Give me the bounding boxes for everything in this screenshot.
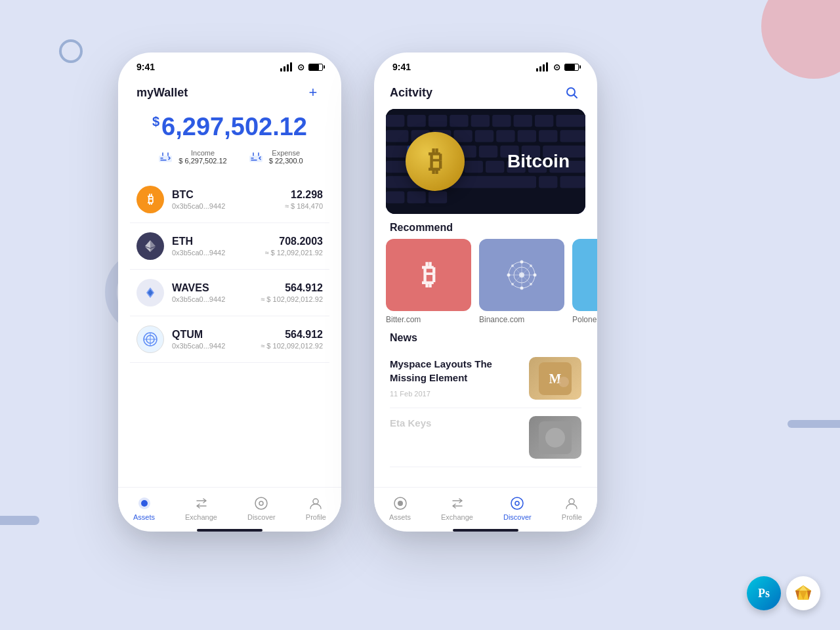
svg-point-77 <box>558 377 569 387</box>
svg-rect-19 <box>429 115 447 127</box>
svg-point-69 <box>507 274 511 277</box>
news-title-2: Eta Keys <box>390 416 521 430</box>
eth-info: ETH 0x3b5ca0...9442 <box>172 236 264 257</box>
crypto-item-qtum[interactable]: QTUM 0x3b5ca0...9442 564.912 ≈ $ 102,092… <box>130 316 329 363</box>
svg-rect-32 <box>518 130 536 142</box>
svg-rect-26 <box>386 130 408 142</box>
qtum-amount: 564.912 <box>261 329 323 341</box>
svg-point-67 <box>520 261 524 264</box>
nav-assets-1[interactable]: Assets <box>133 495 155 521</box>
nav-profile-label-2: Profile <box>562 513 582 521</box>
ps-badge: Ps <box>747 576 781 610</box>
qtum-name: QTUM <box>172 329 261 341</box>
svg-rect-31 <box>496 130 514 142</box>
eth-amount: 708.2003 <box>264 236 323 247</box>
battery-icon-2 <box>564 64 579 71</box>
nav-assets-label-1: Assets <box>133 513 155 521</box>
exchange-icon-2 <box>450 495 465 511</box>
svg-rect-22 <box>492 115 511 127</box>
hero-banner: ₿ Bitcoin <box>386 109 585 214</box>
svg-point-14 <box>313 499 318 504</box>
news-info-2: Eta Keys <box>390 416 521 435</box>
waves-amount: 564.912 <box>261 282 323 294</box>
svg-point-11 <box>141 500 148 507</box>
activity-content: Acitvity <box>374 76 597 487</box>
svg-rect-18 <box>407 115 425 127</box>
nav-discover-2[interactable]: Discover <box>503 495 532 521</box>
qtum-values: 564.912 ≈ $ 102,092,012.92 <box>261 329 323 350</box>
discover-icon-1 <box>253 495 269 511</box>
svg-point-84 <box>569 499 574 504</box>
crypto-item-eth[interactable]: ETH 0x3b5ca0...9442 708.2003 ≈ $ 12,092,… <box>130 223 329 270</box>
assets-icon-2 <box>392 495 408 511</box>
recommend-section-title: Recommend <box>374 214 597 239</box>
nav-discover-label-2: Discover <box>503 513 532 521</box>
crypto-list: ₿ BTC 0x3b5ca0...9442 12.298 ≈ $ 184,470 <box>118 177 341 487</box>
expense-label: Expense <box>269 149 303 157</box>
income-amount: $ 6,297,502.12 <box>178 157 226 165</box>
svg-point-12 <box>255 497 267 509</box>
waves-info: WAVES 0x3b5ca0...9442 <box>172 282 261 303</box>
income-label: Income <box>178 149 226 157</box>
news-thumb-1: M <box>529 357 581 400</box>
wallet-title: myWallet <box>136 86 188 100</box>
qtum-info: QTUM 0x3b5ca0...9442 <box>172 329 261 350</box>
svg-marker-2 <box>150 240 156 248</box>
news-item-1[interactable]: Myspace Layouts The Missing Element 11 F… <box>390 349 581 408</box>
qtum-icon <box>136 326 164 353</box>
activity-title: Acitvity <box>390 86 432 100</box>
wallet-header: myWallet + <box>118 76 341 106</box>
nav-exchange-2[interactable]: Exchange <box>441 495 473 521</box>
news-section-title: News <box>374 324 597 349</box>
bottom-nav-2: Assets Exchange Discover <box>374 487 597 525</box>
svg-rect-33 <box>539 130 557 142</box>
nav-exchange-label-2: Exchange <box>441 513 473 521</box>
btc-values: 12.298 ≈ $ 184,470 <box>285 189 323 210</box>
svg-point-73 <box>530 264 532 267</box>
status-time-2: 9:41 <box>392 62 411 72</box>
news-title-1: Myspace Layouts The Missing Element <box>390 357 521 385</box>
svg-rect-23 <box>514 115 532 127</box>
crypto-item-waves[interactable]: WAVES 0x3b5ca0...9442 564.912 ≈ $ 102,09… <box>130 270 329 316</box>
status-time-1: 9:41 <box>136 62 155 72</box>
news-thumb-2 <box>529 416 581 459</box>
phone-activity: 9:41 ⊙ Acitvity <box>374 52 597 532</box>
eth-name: ETH <box>172 236 264 247</box>
recommend-card-binance[interactable]: Binance.com <box>479 239 564 324</box>
crypto-item-btc[interactable]: ₿ BTC 0x3b5ca0...9442 12.298 ≈ $ 184,470 <box>130 177 329 223</box>
svg-rect-54 <box>539 176 557 188</box>
profile-icon-2 <box>564 495 579 511</box>
svg-rect-17 <box>386 115 404 127</box>
svg-point-71 <box>511 264 514 267</box>
svg-rect-53 <box>450 176 536 188</box>
recommend-btc-name: Bitter.com <box>386 315 471 324</box>
recommend-btc-img: ₿ <box>386 239 471 311</box>
news-info-1: Myspace Layouts The Missing Element 11 F… <box>390 357 521 398</box>
nav-profile-1[interactable]: Profile <box>306 495 326 521</box>
status-icons-1: ⊙ <box>280 62 323 72</box>
news-date-1: 11 Feb 2017 <box>390 390 521 398</box>
nav-exchange-1[interactable]: Exchange <box>185 495 217 521</box>
news-item-2[interactable]: Eta Keys <box>390 408 581 467</box>
search-button[interactable] <box>562 83 581 102</box>
discover-icon-2 <box>509 495 525 511</box>
bottom-nav-1: Assets Exchange Discover <box>118 487 341 525</box>
svg-rect-20 <box>450 115 468 127</box>
svg-rect-29 <box>453 130 472 142</box>
nav-profile-2[interactable]: Profile <box>562 495 582 521</box>
battery-icon-1 <box>308 64 323 71</box>
nav-discover-1[interactable]: Discover <box>247 495 276 521</box>
wifi-icon-1: ⊙ <box>297 62 304 72</box>
nav-assets-2[interactable]: Assets <box>389 495 411 521</box>
recommend-card-polo[interactable]: P Polone <box>572 239 597 324</box>
svg-rect-47 <box>486 161 504 173</box>
eth-values: 708.2003 ≈ $ 12,092,021.92 <box>264 236 323 257</box>
recommend-card-btc[interactable]: ₿ Bitter.com <box>386 239 471 324</box>
add-button[interactable]: + <box>303 83 323 102</box>
svg-point-13 <box>259 501 263 505</box>
signal-icon-1 <box>280 62 292 72</box>
qtum-address: 0x3b5ca0...9442 <box>172 342 261 350</box>
eth-address: 0x3b5ca0...9442 <box>172 249 264 257</box>
svg-point-70 <box>534 274 537 277</box>
svg-rect-25 <box>556 115 585 127</box>
